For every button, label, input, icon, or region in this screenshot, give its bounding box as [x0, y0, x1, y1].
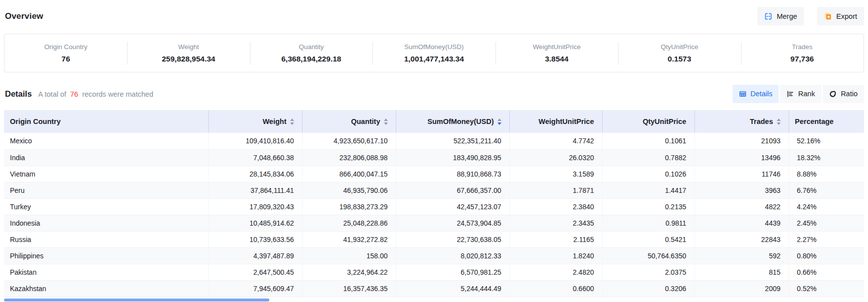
table-cell: 1.7871 [509, 182, 602, 198]
overview-stats-card: Origin Country 76 Weight 259,828,954.34 … [4, 34, 864, 72]
table-cell: 4,923,650,617.10 [302, 133, 396, 149]
tab-details[interactable]: Details [733, 85, 779, 103]
merge-button[interactable]: Merge [757, 7, 804, 25]
column-header-percentage: Percentage [789, 110, 864, 133]
column-header-trades[interactable]: Trades [694, 110, 789, 133]
table-header-row: Origin CountryWeight Quantity SumOfMoney… [4, 110, 864, 133]
table-cell: 0.1061 [602, 133, 694, 149]
table-icon [739, 90, 746, 98]
table-cell: 7,048,660.38 [208, 149, 302, 166]
table-cell: 4822 [694, 198, 789, 215]
topbar: Overview Merge Export [0, 0, 868, 25]
table-cell: 46,935,790.06 [302, 182, 396, 198]
table-cell: 21093 [694, 133, 789, 149]
summary-prefix: A total of [38, 90, 66, 98]
table-cell: 17,809,320.43 [208, 198, 302, 215]
table-cell: 8.88% [789, 166, 864, 182]
table-cell: 3,224,964.22 [302, 264, 396, 280]
table-cell: 18.32% [789, 149, 864, 166]
stat-value: 6,368,194,229.18 [281, 55, 341, 63]
export-icon [824, 12, 832, 20]
table-cell: 0.52% [789, 280, 864, 297]
table-cell: 4,397,487.89 [208, 247, 302, 264]
summary-suffix: records were matched [82, 90, 153, 98]
stat-value: 97,736 [791, 55, 814, 63]
table-cell: 26.0320 [509, 149, 602, 166]
table-cell: 2.3840 [509, 198, 602, 215]
table-cell: 3.1589 [509, 166, 602, 182]
table-cell: 0.66% [789, 264, 864, 280]
view-tabs: Details Rank Ratio [733, 85, 864, 103]
sort-carets[interactable] [497, 119, 501, 125]
table-cell: 2.27% [789, 231, 864, 247]
table-cell: 2009 [694, 280, 789, 297]
sort-desc-icon [497, 122, 501, 125]
table-cell: 183,490,828.95 [396, 149, 509, 166]
table-cell: 0.80% [789, 247, 864, 264]
topbar-actions: Merge Export [757, 7, 864, 25]
overview-stat-weightunitprice: WeightUnitPrice 3.8544 [496, 34, 618, 72]
table-cell: 2.1165 [509, 231, 602, 247]
records-summary: A total of 76 records were matched [38, 90, 153, 98]
column-header-origin-country: Origin Country [4, 110, 208, 133]
table-cell: 4.24% [789, 198, 864, 215]
table-cell: 198,838,273.29 [302, 198, 396, 215]
sort-desc-icon [384, 122, 388, 125]
table-row: Turkey17,809,320.43198,838,273.2942,457,… [4, 198, 864, 215]
table-cell: 2.4820 [509, 264, 602, 280]
stat-value: 0.1573 [668, 55, 691, 63]
cell-origin-country: Kazakhstan [4, 280, 208, 297]
overview-stat-weight: Weight 259,828,954.34 [127, 34, 249, 72]
table-row: Russia10,739,633.5641,932,272.8222,730,6… [4, 231, 864, 247]
column-header-weightunitprice: WeightUnitPrice [509, 110, 602, 133]
column-header-sumofmoney-usd[interactable]: SumOfMoney(USD) [396, 110, 509, 133]
table-cell: 13496 [694, 149, 789, 166]
table-cell: 22843 [694, 231, 789, 247]
sort-asc-icon [290, 119, 294, 121]
table-cell: 10,485,914.62 [208, 215, 302, 231]
table-cell: 4.7742 [509, 133, 602, 149]
table-cell: 522,351,211.40 [396, 133, 509, 149]
column-header-quantity[interactable]: Quantity [302, 110, 396, 133]
sort-asc-icon [777, 119, 781, 121]
table-cell: 6.76% [789, 182, 864, 198]
overview-stat-trades: Trades 97,736 [741, 34, 864, 72]
table-cell: 24,573,904.85 [396, 215, 509, 231]
horizontal-scrollbar-thumb[interactable] [4, 299, 269, 302]
stat-value: 3.8544 [545, 55, 568, 63]
sort-carets[interactable] [290, 119, 294, 125]
table-cell: 592 [694, 247, 789, 264]
table-row: Indonesia10,485,914.6225,048,228.8624,57… [4, 215, 864, 231]
merge-button-label: Merge [777, 12, 797, 20]
cell-origin-country: Turkey [4, 198, 208, 215]
table-cell: 0.7882 [602, 149, 694, 166]
stat-label: Origin Country [44, 43, 87, 51]
table-cell: 3963 [694, 182, 789, 198]
stat-value: 76 [62, 55, 70, 63]
details-title: Details [5, 89, 32, 99]
cell-origin-country: Mexico [4, 133, 208, 149]
table-row: Kazakhstan7,945,609.4716,357,436.355,244… [4, 280, 864, 297]
sort-desc-icon [290, 122, 294, 125]
column-header-weight[interactable]: Weight [208, 110, 302, 133]
table-cell: 232,806,088.98 [302, 149, 396, 166]
table-row: Pakistan2,647,500.453,224,964.226,570,98… [4, 264, 864, 280]
cell-origin-country: Pakistan [4, 264, 208, 280]
table-cell: 7,945,609.47 [208, 280, 302, 297]
table-cell: 2.3435 [509, 215, 602, 231]
stat-label: Quantity [299, 43, 323, 51]
cell-origin-country: Vietnam [4, 166, 208, 182]
tab-rank[interactable]: Rank [780, 85, 821, 103]
overview-stat-origin-country: Origin Country 76 [4, 34, 127, 72]
table-cell: 866,400,047.15 [302, 166, 396, 182]
table-cell: 6,570,981.25 [396, 264, 509, 280]
table-cell: 28,145,834.06 [208, 166, 302, 182]
sort-carets[interactable] [384, 119, 388, 125]
export-button[interactable]: Export [817, 7, 864, 25]
ratio-icon [829, 90, 837, 98]
table-cell: 1.4417 [602, 182, 694, 198]
details-bar: Details A total of 76 records were match… [5, 84, 864, 103]
sort-carets[interactable] [777, 119, 781, 125]
tab-ratio[interactable]: Ratio [823, 85, 864, 103]
table-cell: 5,244,444.49 [396, 280, 509, 297]
